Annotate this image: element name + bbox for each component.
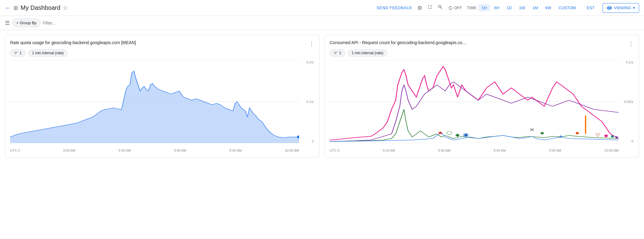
refresh-status: OFF <box>454 6 462 10</box>
chart-area-1: 0.2/s 0.1/s 0 <box>10 60 314 152</box>
chart-more-2[interactable]: ⋮ <box>628 40 634 47</box>
interval-label-1: 1 min interval (rate) <box>32 51 64 55</box>
menu-icon[interactable]: ☰ <box>5 20 10 26</box>
x-axis-1: UTC-5 9:20 AM 9:30 AM 9:40 AM 9:50 AM 10… <box>10 149 299 152</box>
y-label-top-1: 0.2/s <box>306 60 314 64</box>
star-icon[interactable]: ☆ <box>63 5 68 11</box>
y-label-bot-2: 0 <box>624 139 633 143</box>
chart-more-1[interactable]: ⋮ <box>309 40 314 47</box>
chart-filters-1: 1 1 min interval (rate) <box>10 49 314 57</box>
x-label-1-2: 9:20 AM <box>383 149 395 152</box>
send-feedback-button[interactable]: SEND FEEDBACK <box>377 6 412 10</box>
svg-text:✕: ✕ <box>529 127 535 133</box>
time-1m-button[interactable]: 1M <box>529 4 541 11</box>
y-label-top-2: 0.1/s <box>624 60 633 64</box>
x-label-1-1: 9:20 AM <box>63 149 75 152</box>
header-center: SEND FEEDBACK ⚙ OFF TIME: 1H 6H 1D 1W 1M… <box>377 3 639 13</box>
x-label-5-2: 10:00 AM <box>604 149 618 152</box>
header-left: ← ⊞ My Dashboard ☆ <box>5 4 373 11</box>
chart-header-1: Rate quota usage for geocoding-backend.g… <box>10 40 314 47</box>
chart-svg-container-1 <box>10 60 299 143</box>
x-axis-2: UTC-5 9:20 AM 9:30 AM 9:40 AM 9:50 AM 10… <box>330 149 619 152</box>
x-label-0-2: UTC-5 <box>330 149 339 152</box>
svg-text:▼: ▼ <box>614 135 619 139</box>
filter-badge-count-1[interactable]: 1 <box>10 49 26 57</box>
interval-badge-2[interactable]: 1 min interval (rate) <box>348 49 387 57</box>
x-label-3-1: 9:40 AM <box>174 149 186 152</box>
search-button[interactable] <box>438 4 443 11</box>
filter-badge-count-2[interactable]: 1 <box>330 49 345 57</box>
time-selector: TIME: 1H 6H 1D 1W 1M 6W CUSTOM <box>467 4 579 11</box>
filter-input[interactable] <box>43 21 639 25</box>
y-axis-2: 0.1/s 0.05/s 0 <box>624 60 634 143</box>
svg-text:■: ■ <box>611 134 614 138</box>
chart-filters-2: 1 1 min interval (rate) <box>330 49 634 57</box>
svg-text:◆: ◆ <box>455 132 460 137</box>
x-label-5-1: 10:00 AM <box>285 149 299 152</box>
chart-area-2: 0.1/s 0.05/s 0 <box>330 60 634 152</box>
svg-text:◆: ◆ <box>604 133 609 138</box>
y-label-mid-1: 0.1/s <box>306 100 314 104</box>
interval-badge-1[interactable]: 1 min interval (rate) <box>28 49 68 57</box>
interval-label-2: 1 min interval (rate) <box>352 51 383 55</box>
filter-count-1: 1 <box>20 51 22 55</box>
toolbar: ☰ + Group By <box>0 16 644 30</box>
svg-text:⬡: ⬡ <box>446 130 452 136</box>
svg-text:◉: ◉ <box>463 132 469 138</box>
y-axis-1: 0.2/s 0.1/s 0 <box>306 60 314 143</box>
time-label: TIME: <box>467 6 478 10</box>
x-label-4-1: 9:50 AM <box>229 149 242 152</box>
grid-icon[interactable]: ⊞ <box>13 5 18 11</box>
chart-card-1: Rate quota usage for geocoding-backend.g… <box>5 35 320 157</box>
svg-text:★: ★ <box>437 130 443 136</box>
svg-text:■: ■ <box>576 131 579 135</box>
chart-title-1: Rate quota usage for geocoding-backend.g… <box>10 40 136 45</box>
timezone-button[interactable]: EST <box>584 4 597 11</box>
settings-button[interactable]: ⚙ <box>417 5 422 11</box>
chart-title-2: Consumed API - Request count for geocodi… <box>330 40 467 45</box>
x-label-2-2: 9:30 AM <box>438 149 450 152</box>
chart-header-2: Consumed API - Request count for geocodi… <box>330 40 634 47</box>
filter-count-2: 1 <box>339 51 341 55</box>
x-label-3-2: 9:40 AM <box>494 149 506 152</box>
svg-text:+: + <box>559 134 563 140</box>
viewing-dropdown-icon: ▾ <box>633 6 635 10</box>
back-button[interactable]: ← <box>5 4 11 11</box>
time-1d-button[interactable]: 1D <box>504 4 515 11</box>
time-custom-button[interactable]: CUSTOM <box>555 4 579 11</box>
viewing-label: VIEWING <box>614 6 631 10</box>
dashboard-title: My Dashboard <box>21 4 60 11</box>
time-1h-button[interactable]: 1H <box>479 4 490 11</box>
viewing-button[interactable]: VIEWING ▾ <box>603 3 639 13</box>
chart-svg-2: ★ ⬡ ◆ ◉ ✕ ■ + ■ <box>330 60 619 143</box>
x-label-0-1: UTC-5 <box>10 149 20 152</box>
time-6h-button[interactable]: 6H <box>491 4 502 11</box>
time-6w-button[interactable]: 6W <box>542 4 555 11</box>
group-by-label: + Group By <box>16 21 36 25</box>
svg-text:■: ■ <box>540 131 544 135</box>
app-header: ← ⊞ My Dashboard ☆ SEND FEEDBACK ⚙ OFF T… <box>0 0 644 16</box>
svg-text:▽: ▽ <box>596 132 600 137</box>
main-content: Rate quota usage for geocoding-backend.g… <box>0 30 644 162</box>
chart-svg-1 <box>10 60 299 143</box>
auto-refresh-toggle[interactable]: OFF <box>448 6 462 10</box>
y-label-bot-1: 0 <box>306 139 314 143</box>
y-label-mid-2: 0.05/s <box>624 100 633 104</box>
x-label-2-1: 9:30 AM <box>119 149 131 152</box>
group-by-button[interactable]: + Group By <box>12 18 40 27</box>
time-1w-button[interactable]: 1W <box>516 4 528 11</box>
x-label-4-2: 9:50 AM <box>549 149 561 152</box>
chart-svg-container-2: ★ ⬡ ◆ ◉ ✕ ■ + ■ <box>330 60 619 143</box>
fullscreen-button[interactable] <box>427 4 433 11</box>
chart-card-2: Consumed API - Request count for geocodi… <box>324 35 639 157</box>
